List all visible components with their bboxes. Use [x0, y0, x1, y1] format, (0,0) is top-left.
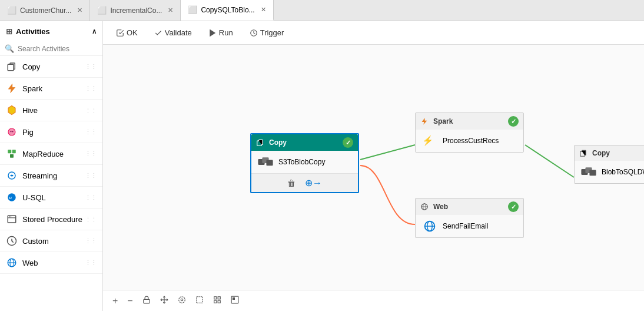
svg-rect-44 [218, 300, 220, 303]
svg-point-38 [181, 299, 183, 301]
sidebar-item-hive-label: Hive [22, 106, 38, 115]
fit-button[interactable] [158, 295, 171, 307]
minimap-button[interactable] [228, 295, 241, 307]
rect-select-button[interactable] [193, 295, 206, 307]
sidebar-item-web-label: Web [22, 259, 38, 267]
drag-handle-web: ⋮⋮ [85, 259, 97, 267]
svg-marker-18 [210, 29, 215, 36]
tab-incrementalco[interactable]: ⬜ IncrementalCo... ✕ [90, 0, 181, 21]
tab-incrementalco-close[interactable]: ✕ [168, 6, 173, 14]
svg-rect-43 [214, 300, 216, 303]
node-web-header: Web ✓ [416, 198, 523, 215]
drag-handle-hive: ⋮⋮ [85, 107, 97, 114]
node-blob-label: BlobToSQLDWCopy [602, 168, 644, 176]
usql-icon: U [6, 191, 18, 203]
pipeline-icon-copysqltoblo: ⬜ [188, 5, 197, 14]
svg-rect-35 [143, 299, 150, 303]
sidebar-item-mapreduce[interactable]: MapReduce ⋮⋮ [0, 143, 102, 165]
svg-point-39 [178, 296, 185, 303]
sidebar-item-usql-label: U-SQL [22, 193, 46, 202]
node-copy-main-label: S3ToBlobCopy [278, 158, 325, 166]
svg-rect-46 [233, 297, 234, 299]
lock-button[interactable] [140, 295, 153, 307]
sidebar-item-custom-label: Custom [22, 237, 49, 246]
select-button[interactable] [175, 295, 188, 307]
pipeline-icon-incrementalco: ⬜ [97, 6, 107, 15]
sidebar-item-copy[interactable]: Copy ⋮⋮ [0, 56, 102, 78]
node-copy-main[interactable]: Copy ✓ S3ToBlobCopy 🗑 ⊕ [250, 133, 359, 193]
sidebar-item-hive[interactable]: Hive ⋮⋮ [0, 100, 102, 121]
tab-copysqltoblo[interactable]: ⬜ CopySQLToBlo... ✕ [181, 0, 273, 21]
node-web-status: ✓ [508, 201, 519, 212]
svg-rect-23 [266, 160, 273, 166]
drag-handle-custom: ⋮⋮ [85, 237, 97, 245]
tab-customerchurn-close[interactable]: ✕ [77, 6, 82, 14]
svg-point-2 [8, 128, 15, 135]
sidebar-item-streaming-label: Streaming [22, 171, 57, 180]
mapreduce-icon [6, 148, 18, 160]
svg-marker-1 [8, 106, 15, 115]
node-copy-main-body: S3ToBlobCopy [251, 151, 358, 173]
node-web-label: SendFailEmail [443, 222, 488, 230]
search-input[interactable] [18, 45, 98, 53]
sidebar-item-stored-procedure[interactable]: Stored Procedure ⋮⋮ [0, 209, 102, 230]
node-spark[interactable]: Spark ✓ ⚡ ProcessCustRecs [415, 113, 524, 153]
run-button[interactable]: Run [205, 26, 237, 39]
activities-label: Activities [16, 27, 50, 36]
svg-rect-5 [8, 150, 11, 153]
sidebar-item-custom[interactable]: Custom ⋮⋮ [0, 230, 102, 252]
tab-customerchurn[interactable]: ⬜ CustomerChur... ✕ [0, 0, 90, 21]
sidebar: ⊞ Activities ∧ 🔍 Copy [0, 21, 103, 311]
node-blob[interactable]: Copy BlobToSQLDWCopy [574, 145, 644, 184]
zoom-out-button[interactable]: − [125, 295, 135, 307]
drag-handle-stored: ⋮⋮ [85, 216, 97, 223]
stored-procedure-icon [6, 213, 18, 225]
canvas-area: OK Validate Run Trigger [103, 21, 644, 311]
svg-rect-0 [8, 64, 14, 71]
sidebar-item-mapreduce-label: MapReduce [22, 150, 64, 158]
zoom-in-button[interactable]: + [110, 295, 120, 307]
sidebar-header-left: ⊞ Activities [6, 27, 50, 36]
tab-copysqltoblo-close[interactable]: ✕ [261, 6, 266, 14]
node-delete-icon[interactable]: 🗑 [287, 178, 296, 188]
sidebar-item-spark-label: Spark [22, 84, 42, 93]
svg-rect-6 [12, 150, 16, 153]
run-label: Run [219, 28, 233, 37]
svg-rect-11 [8, 216, 16, 223]
node-spark-title: Spark [433, 117, 453, 125]
node-copy-main-title: Copy [269, 138, 287, 147]
drag-handle-copy: ⋮⋮ [85, 63, 97, 71]
node-copy-main-header: Copy ✓ [251, 134, 358, 151]
svg-text:U: U [9, 196, 12, 200]
sidebar-item-web[interactable]: Web ⋮⋮ [0, 252, 102, 274]
node-copy-main-status: ✓ [343, 137, 353, 148]
sidebar-item-stored-label: Stored Procedure [22, 215, 82, 224]
main-content: ⊞ Activities ∧ 🔍 Copy [0, 21, 644, 311]
activities-grid-icon: ⊞ [6, 27, 12, 36]
pipeline-canvas[interactable]: Copy ✓ S3ToBlobCopy 🗑 ⊕ [103, 45, 644, 290]
web-icon [6, 257, 18, 269]
trigger-button[interactable]: Trigger [246, 26, 288, 39]
custom-icon [6, 235, 18, 247]
node-web-body: SendFailEmail [416, 215, 523, 237]
auto-layout-button[interactable] [211, 295, 224, 307]
node-add-icon[interactable]: ⊕→ [305, 177, 322, 188]
svg-point-4 [12, 131, 13, 132]
app-container: ⬜ CustomerChur... ✕ ⬜ IncrementalCo... ✕… [0, 0, 644, 311]
node-web[interactable]: Web ✓ SendFailEmail [415, 198, 524, 238]
sidebar-collapse-icon[interactable]: ∧ [92, 28, 97, 35]
sidebar-item-streaming[interactable]: Streaming ⋮⋮ [0, 165, 102, 187]
svg-rect-42 [218, 296, 220, 299]
validate-button[interactable]: Validate [151, 26, 195, 39]
sidebar-item-pig[interactable]: Pig ⋮⋮ [0, 121, 102, 143]
node-web-title: Web [433, 203, 448, 211]
svg-rect-41 [214, 296, 216, 299]
drag-handle-pig: ⋮⋮ [85, 128, 97, 136]
tab-bar: ⬜ CustomerChur... ✕ ⬜ IncrementalCo... ✕… [0, 0, 644, 21]
sidebar-item-usql[interactable]: U U-SQL ⋮⋮ [0, 187, 102, 209]
svg-point-13 [9, 216, 11, 217]
ok-button[interactable]: OK [112, 26, 141, 39]
svg-point-14 [11, 216, 12, 217]
tab-incrementalco-label: IncrementalCo... [110, 6, 162, 15]
sidebar-item-spark[interactable]: Spark ⋮⋮ [0, 78, 102, 100]
